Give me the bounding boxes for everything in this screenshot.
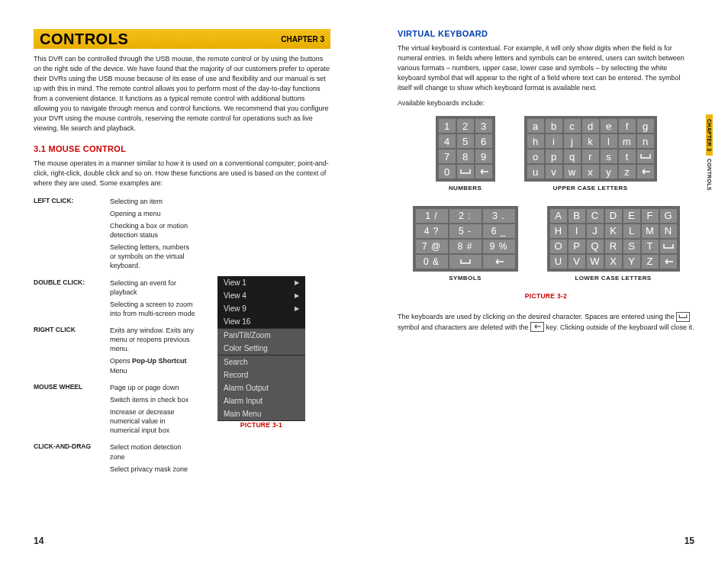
- keyboard-key: H: [550, 224, 567, 238]
- backspace-key-icon: [483, 255, 515, 269]
- mouse-action-label: DOUBLE CLICK:: [34, 276, 110, 324]
- page-number-left: 14: [34, 536, 43, 546]
- side-tab: CHAPTER 3 CONTROLS: [706, 114, 717, 194]
- keyboard-key: q: [564, 150, 581, 163]
- keyboard-key: O: [550, 240, 567, 253]
- keyboard-key: s: [601, 150, 617, 163]
- keyboard-key: r: [582, 150, 599, 163]
- picture-3-2-caption: PICTURE 3-2: [398, 292, 694, 300]
- mouse-action-desc: Selecting an event for playbackSelecting…: [110, 276, 197, 324]
- virtual-keyboard-heading: Virtual Keyboard: [398, 29, 694, 38]
- keyboard-row-1: 1234567890 NUMBERS abcdefghijklmnopqrstu…: [398, 116, 694, 192]
- keyboard-key: E: [623, 209, 640, 223]
- keyboard-key: 8 #: [449, 240, 482, 253]
- page-number-right: 15: [685, 536, 694, 546]
- keyboard-key: L: [623, 224, 640, 238]
- popup-menu-label: Alarm Input: [224, 397, 263, 405]
- list-item: Switch items in check box: [110, 395, 197, 404]
- popup-menu-item: Alarm Input: [217, 394, 305, 407]
- keyboard-row-2: 1 /2 :3 .4 ?5 -6 _7 @8 #9 %0 & SYMBOLS A…: [398, 206, 694, 282]
- keyboard-usage-paragraph: The keyboards are used by clicking on th…: [398, 312, 694, 332]
- section-3-1-heading: 3.1 Mouse Control: [34, 144, 330, 153]
- popup-menu-figure: View 1▶View 4▶View 9▶View 16Pan/Tilt/Zoo…: [217, 276, 305, 421]
- keyboard-key: 7 @: [416, 240, 448, 253]
- keyboard-key: R: [605, 240, 622, 253]
- list-item: Selecting an event for playback: [110, 278, 197, 297]
- keyboard-key: 6 _: [483, 224, 515, 238]
- picture-3-1-caption: PICTURE 3-1: [217, 421, 305, 429]
- keyboard-key: 2: [457, 119, 474, 133]
- keyboard-key: p: [546, 150, 562, 163]
- keyboard-key: x: [582, 165, 599, 179]
- popup-menu-label: Pan/Tilt/Zoom: [224, 331, 271, 339]
- keyboard-key: a: [527, 119, 544, 133]
- keyboard-key: 4: [439, 134, 456, 148]
- keyboard-key: 2 :: [449, 209, 482, 223]
- mouse-action-label: CLICK-AND-DRAG: [34, 440, 110, 478]
- keyboard-key: G: [660, 209, 677, 223]
- mouse-action-label: MOUSE WHEEL: [34, 381, 110, 441]
- keyboard-key: i: [546, 134, 562, 148]
- keyboard-key: y: [601, 165, 617, 179]
- submenu-arrow-icon: ▶: [295, 292, 299, 299]
- keyboard-key: d: [582, 119, 599, 133]
- keyboard-key: P: [569, 240, 585, 253]
- popup-menu-item: Main Menu: [217, 407, 305, 420]
- keyboard-key: 8: [457, 150, 474, 163]
- keyboard-key: F: [642, 209, 659, 223]
- keyboard-symbols-caption: SYMBOLS: [413, 275, 518, 282]
- keyboard-key: K: [605, 224, 622, 238]
- keyboard-key: g: [637, 119, 654, 133]
- list-item: Checking a box or motion detection statu…: [110, 221, 197, 240]
- popup-menu-label: View 16: [224, 317, 250, 326]
- side-tab-chapter: CHAPTER 3: [706, 114, 713, 156]
- keyboard-key: X: [605, 255, 622, 269]
- keyboard-key: 5: [457, 134, 474, 148]
- popup-menu-label: Alarm Output: [224, 384, 269, 392]
- mouse-action-label: LEFT CLICK:: [34, 195, 110, 276]
- keyboard-key: 1: [439, 119, 456, 133]
- keyboard-lower-caption: LOWER CASE LETTERS: [547, 275, 680, 282]
- keyboard-upper: abcdefghijklmnopqrstuvwxyz UPPER CASE LE…: [524, 116, 657, 192]
- keyboard-lower: ABCDEFGHIJKLMNOPQRSTUVWXYZ LOWER CASE LE…: [547, 206, 680, 282]
- keyboard-key: u: [527, 165, 544, 179]
- backspace-key-icon: [530, 322, 544, 332]
- mouse-action-label: RIGHT CLICK: [34, 323, 110, 381]
- list-item: Selecting an item: [110, 197, 197, 206]
- popup-menu-label: Color Setting: [224, 344, 268, 352]
- list-item: Exits any window. Exits any menu or reop…: [110, 326, 197, 353]
- list-item: Opening a menu: [110, 209, 197, 218]
- keyboard-key: f: [619, 119, 636, 133]
- popup-menu-label: View 1: [224, 278, 246, 287]
- space-key-icon: [457, 165, 474, 179]
- page-15: Virtual Keyboard The virtual keyboard is…: [364, 0, 728, 563]
- page-title: CONTROLS: [40, 31, 281, 48]
- keyboard-key: 5 -: [449, 224, 482, 238]
- popup-menu-item: View 1▶: [217, 276, 305, 289]
- keyboard-key: D: [605, 209, 622, 223]
- keyboard-numbers: 1234567890 NUMBERS: [436, 116, 495, 192]
- page-14: CONTROLS CHAPTER 3 This DVR can be contr…: [0, 0, 364, 563]
- keyboard-usage-2: symbol and characters are deleted with t…: [398, 323, 530, 331]
- keyboard-key: I: [569, 224, 585, 238]
- table-row: RIGHT CLICKExits any window. Exits any m…: [34, 323, 197, 381]
- list-item: Select privacy mask zone: [110, 465, 197, 474]
- keyboard-usage-1: The keyboards are used by clicking on th…: [398, 313, 676, 320]
- keyboard-key: c: [564, 119, 581, 133]
- keyboard-key: T: [642, 240, 659, 253]
- space-key-icon: [676, 312, 690, 322]
- popup-menu-item: View 9▶: [217, 302, 305, 315]
- side-tab-section: CONTROLS: [706, 156, 713, 194]
- keyboard-key: t: [619, 150, 636, 163]
- keyboard-key: o: [527, 150, 544, 163]
- list-item: Selecting letters, numbers or symbols on…: [110, 243, 197, 270]
- keyboard-key: 1 /: [416, 209, 448, 223]
- popup-menu-label: View 4: [224, 291, 246, 300]
- keyboard-key: 3 .: [483, 209, 515, 223]
- keyboard-key: S: [623, 240, 640, 253]
- keyboard-key: Q: [587, 240, 604, 253]
- backspace-key-icon: [637, 165, 654, 179]
- mouse-controls-table: LEFT CLICK:Selecting an itemOpening a me…: [34, 195, 197, 479]
- table-row: CLICK-AND-DRAGSelect motion detection zo…: [34, 440, 197, 478]
- keyboard-key: 3: [475, 119, 492, 133]
